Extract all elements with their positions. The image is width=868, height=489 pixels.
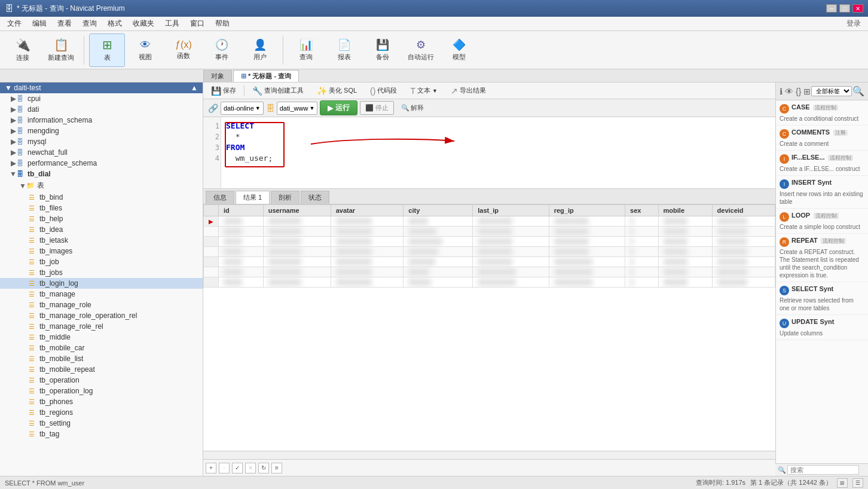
table-row[interactable]: 12348 username4 http://img.url Shenzhen … (204, 247, 775, 257)
snippet-ifelse[interactable]: I IF...ELSE... 流程控制 Create a IF...ELSE..… (776, 151, 868, 176)
rp-braces-icon[interactable]: {} (796, 87, 801, 96)
tree-item-tb-tag[interactable]: ☰ tb_tag (0, 429, 203, 439)
table-row[interactable]: 12349 username5 http://img.url Chengdu 1… (204, 257, 775, 267)
save-button[interactable]: 💾 保存 (206, 84, 242, 97)
tree-item-newchat[interactable]: ▶ 🗄 newchat_full (0, 147, 203, 158)
tree-item-tb-bind[interactable]: ☰ tb_bind (0, 192, 203, 203)
tree-item-mysql[interactable]: ▶ 🗄 mysql (0, 136, 203, 147)
rp-grid-icon[interactable]: ⊞ (803, 87, 811, 96)
table-row[interactable]: 12350 username6 http://img.url Wuhan 192… (204, 267, 775, 277)
snippet-update[interactable]: U UPDATE Synt Update columns (776, 315, 868, 340)
tree-item-mengding[interactable]: ▶ 🗄 mengding (0, 126, 203, 136)
col-header-last-ip[interactable]: last_ip (473, 205, 549, 216)
tree-item-tb-files[interactable]: ☰ tb_files (0, 203, 203, 213)
snippet-comments[interactable]: C COMMENTS 注释 Create a comment (776, 126, 868, 151)
title-bar-controls[interactable]: ─ □ ✕ (826, 4, 863, 13)
tool-report[interactable]: 📄 报表 (326, 33, 362, 67)
close-button[interactable]: ✕ (852, 4, 863, 13)
tree-item-information-schema[interactable]: ▶ 🗄 information_schema (0, 115, 203, 126)
tree-item-tb-help[interactable]: ☰ tb_help (0, 213, 203, 224)
snippet-repeat[interactable]: R REPEAT 流程控制 Create a REPEAT construct.… (776, 234, 868, 282)
tree-item-dati[interactable]: ▶ 🗄 dati (0, 104, 203, 115)
tree-item-tb-mobile-list[interactable]: ☰ tb_mobile_list (0, 353, 203, 364)
database-select[interactable]: dati_www ▼ (277, 102, 318, 115)
menu-view[interactable]: 查看 (53, 17, 77, 30)
data-grid[interactable]: id username avatar city last_ip reg_ip s… (203, 204, 775, 451)
tool-event[interactable]: 🕐 事件 (204, 33, 240, 67)
delete-record-button[interactable]: - (219, 463, 230, 473)
sql-code-area[interactable]: SELECT * FROM wm_user; (221, 117, 775, 188)
table-row[interactable]: 12351 username7 http://img.url Nanjing 1… (204, 277, 775, 288)
table-row[interactable]: 12347 username3 http://img.url Guangzhou… (204, 237, 775, 247)
tab-object[interactable]: 对象 (203, 70, 232, 82)
rtab-info[interactable]: 信息 (206, 191, 234, 204)
query-builder-button[interactable]: 🔧 查询创建工具 (247, 84, 309, 97)
col-header-username[interactable]: username (263, 205, 331, 216)
sql-editor[interactable]: 1 2 3 4 SELECT * FROM wm_user; (203, 117, 775, 189)
tree-item-tb-mobile-repeat[interactable]: ☰ tb_mobile_repeat (0, 364, 203, 375)
tree-item-tb-middle[interactable]: ☰ tb_middle (0, 332, 203, 343)
tree-item-tb-jobs[interactable]: ☰ tb_jobs (0, 267, 203, 278)
menu-edit[interactable]: 编辑 (27, 17, 51, 30)
rtab-profile[interactable]: 剖析 (271, 191, 299, 204)
rtab-status[interactable]: 状态 (301, 191, 329, 204)
col-header-deviceid[interactable]: deviceid (712, 205, 775, 216)
grid-view-button[interactable]: ⊞ (837, 478, 848, 488)
tree-item-tb-phones[interactable]: ☰ tb_phones (0, 396, 203, 407)
maximize-button[interactable]: □ (839, 4, 850, 13)
rp-search-icon[interactable]: 🔍 (852, 85, 864, 97)
menu-help[interactable]: 帮助 (210, 17, 234, 30)
text-button[interactable]: T 文本 ▼ (405, 84, 442, 97)
tree-item-tb-dial[interactable]: ▼ 🗄 tb_dial (0, 169, 203, 179)
tool-model[interactable]: 🔷 模型 (441, 33, 477, 67)
explain-button[interactable]: 🔍 解释 (396, 102, 429, 114)
grid-option-button[interactable]: ≡ (271, 463, 282, 473)
tool-backup[interactable]: 💾 备份 (365, 33, 401, 67)
tree-item-tb-manage-role-op[interactable]: ☰ tb_manage_role_operation_rel (0, 310, 203, 321)
menu-query[interactable]: 查询 (78, 17, 102, 30)
menu-file[interactable]: 文件 (2, 17, 26, 30)
tree-item-biao[interactable]: ▼ 📁 表 (0, 179, 203, 192)
tree-item-tb-idea[interactable]: ☰ tb_idea (0, 224, 203, 235)
form-view-button[interactable]: ☰ (852, 478, 863, 488)
beautify-sql-button[interactable]: ✨ 美化 SQL (311, 84, 362, 97)
run-button[interactable]: ▶ 运行 (320, 100, 357, 115)
cancel-edit-button[interactable]: ✕ (245, 463, 256, 473)
tree-item-performance[interactable]: ▶ 🗄 performance_schema (0, 158, 203, 169)
tree-item-tb-images[interactable]: ☰ tb_images (0, 246, 203, 256)
tree-item-tb-manage-role-rel[interactable]: ☰ tb_manage_role_rel (0, 321, 203, 332)
col-header-mobile[interactable]: mobile (658, 205, 712, 216)
refresh-button[interactable]: ↻ (258, 463, 269, 473)
menu-window[interactable]: 窗口 (185, 17, 209, 30)
add-record-button[interactable]: + (206, 463, 216, 473)
snippet-case[interactable]: C CASE 流程控制 Create a conditional constru… (776, 100, 868, 126)
tree-item-tb-operation[interactable]: ☰ tb_operation (0, 375, 203, 386)
minimize-button[interactable]: ─ (826, 4, 837, 13)
rtab-result1[interactable]: 结果 1 (236, 191, 270, 204)
tree-item-tb-ietask[interactable]: ☰ tb_ietask (0, 235, 203, 246)
connection-select[interactable]: dati-online ▼ (221, 102, 264, 115)
menu-favorites[interactable]: 收藏夹 (128, 17, 159, 30)
tool-query[interactable]: 📊 查询 (288, 33, 324, 67)
horizontal-scrollbar[interactable] (203, 451, 775, 459)
snippet-insert[interactable]: I INSERT Synt Insert new rows into an ex… (776, 176, 868, 209)
tool-connect[interactable]: 🔌 连接 (5, 33, 41, 67)
sidebar-collapse-icon[interactable]: ▲ (191, 84, 198, 92)
export-result-button[interactable]: ↗ 导出结果 (445, 84, 491, 97)
tree-item-tb-operation-log[interactable]: ☰ tb_operation_log (0, 386, 203, 396)
snippet-loop[interactable]: L LOOP 流程控制 Create a simple loop constru… (776, 209, 868, 234)
tree-item-tb-regions[interactable]: ☰ tb_regions (0, 407, 203, 418)
col-header-reg-ip[interactable]: reg_ip (549, 205, 625, 216)
tree-item-tb-mobile-car[interactable]: ☰ tb_mobile_car (0, 343, 203, 353)
tree-item-tb-job[interactable]: ☰ tb_job (0, 256, 203, 267)
col-header-city[interactable]: city (404, 205, 473, 216)
tool-new-query[interactable]: 📋 新建查询 (43, 33, 79, 67)
tool-user[interactable]: 👤 用户 (242, 33, 278, 67)
stop-button[interactable]: ⬛ 停止 (360, 101, 394, 115)
snippet-select[interactable]: S SELECT Synt Retrieve rows selected fro… (776, 282, 868, 315)
tool-autorun[interactable]: ⚙ 自动运行 (403, 33, 439, 67)
tree-item-tb-manage[interactable]: ☰ tb_manage (0, 289, 203, 299)
snippet-search-input[interactable] (787, 465, 859, 475)
menu-tools[interactable]: 工具 (160, 17, 184, 30)
tree-item-tb-manage-role[interactable]: ☰ tb_manage_role (0, 299, 203, 310)
